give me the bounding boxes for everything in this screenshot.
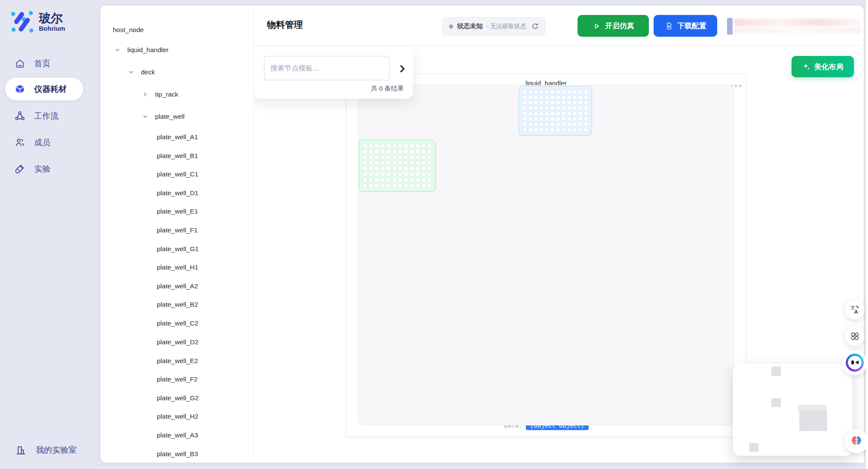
sidebar-item-instruments[interactable]: 仪器耗材 xyxy=(5,78,83,100)
tree-item-tip_rack[interactable]: tip_rack xyxy=(100,85,253,103)
sidebar-item-label: 工作流 xyxy=(34,111,59,122)
expand-chevron-icon[interactable] xyxy=(396,63,408,74)
well xyxy=(427,161,432,165)
workflow-icon xyxy=(15,111,25,121)
beautify-layout-label: 美化布局 xyxy=(814,62,843,72)
tree-item-plate_well_H2[interactable]: plate_well_H2 xyxy=(100,407,253,425)
well xyxy=(427,155,432,160)
scrollbar-track[interactable] xyxy=(866,0,868,469)
sidebar-item-home[interactable]: 首页 xyxy=(5,52,91,75)
chevron-down-icon[interactable] xyxy=(141,113,149,120)
ai-robot-button[interactable] xyxy=(842,350,867,375)
sidebar-item-experiments[interactable]: 实验 xyxy=(5,158,91,180)
well xyxy=(556,111,560,116)
tree-item-liquid_handler[interactable]: liquid_handler xyxy=(100,41,253,59)
well xyxy=(561,100,566,105)
chevron-down-icon[interactable] xyxy=(114,46,121,54)
well xyxy=(392,149,397,154)
well xyxy=(522,95,527,100)
tree-item-plate_well_F1[interactable]: plate_well_F1 xyxy=(100,221,253,239)
brand: 玻尔 Bohrium xyxy=(10,9,65,34)
start-simulation-button[interactable]: 开启仿真 xyxy=(578,15,649,37)
tree-item-plate_well_D1[interactable]: plate_well_D1 xyxy=(100,184,253,202)
tree-item-plate_well_F2[interactable]: plate_well_F2 xyxy=(100,370,253,388)
brand-subtitle: Bohrium xyxy=(39,25,65,32)
deck-area[interactable] xyxy=(358,85,734,425)
well xyxy=(369,172,373,177)
play-icon xyxy=(592,22,601,30)
tree-item-plate_well_B2[interactable]: plate_well_B2 xyxy=(100,296,253,314)
well xyxy=(550,122,555,126)
well xyxy=(421,183,426,188)
well xyxy=(427,178,432,182)
well xyxy=(410,161,414,165)
tree-item-plate_well_E1[interactable]: plate_well_E1 xyxy=(100,202,253,220)
tree-item-deck[interactable]: deck xyxy=(100,63,253,81)
chevron-right-icon[interactable] xyxy=(141,91,149,98)
well xyxy=(369,149,373,154)
tree-item-plate_well_G1[interactable]: plate_well_G1 xyxy=(100,240,253,258)
tree-item-plate_well_G2[interactable]: plate_well_G2 xyxy=(100,389,253,407)
sidebar-item-workflow[interactable]: 工作流 xyxy=(5,105,91,127)
well xyxy=(421,172,426,177)
node-liquid-handler[interactable]: liquid_handler data: [object Object] xyxy=(346,73,746,437)
well xyxy=(398,183,402,188)
well xyxy=(421,144,426,148)
sidebar-item-label: 仪器耗材 xyxy=(34,84,67,95)
well xyxy=(534,117,538,121)
tree-item-plate_well_B1[interactable]: plate_well_B1 xyxy=(100,147,253,165)
well xyxy=(380,161,385,165)
tree-item-plate_well_C2[interactable]: plate_well_C2 xyxy=(100,314,253,332)
well xyxy=(584,95,588,100)
status-detail: - 无法获取状态 xyxy=(487,23,526,30)
well xyxy=(369,183,373,188)
well xyxy=(528,100,533,105)
well xyxy=(369,161,373,165)
well xyxy=(578,111,583,116)
well xyxy=(578,122,583,126)
well xyxy=(522,117,527,121)
tree-item-plate_well_D2[interactable]: plate_well_D2 xyxy=(100,333,253,351)
sidebar: 玻尔 Bohrium 首页 仪器耗材 工作流 成员 xyxy=(0,0,100,469)
tree-item-plate_well_A3[interactable]: plate_well_A3 xyxy=(100,426,253,444)
tree-item-plate_well[interactable]: plate_well xyxy=(100,108,253,126)
well xyxy=(404,183,408,188)
search-input[interactable] xyxy=(264,56,390,80)
well xyxy=(550,111,555,116)
robot-icon xyxy=(846,354,864,372)
well xyxy=(556,100,560,105)
tree-item-plate_well_A2[interactable]: plate_well_A2 xyxy=(100,277,253,295)
well xyxy=(363,178,367,182)
translate-button[interactable]: 文 A xyxy=(845,300,865,320)
well xyxy=(572,111,577,116)
minimap[interactable] xyxy=(733,364,852,456)
well xyxy=(374,172,379,177)
tree-item-plate_well_H1[interactable]: plate_well_H1 xyxy=(100,258,253,276)
beautify-layout-button[interactable]: 美化布局 xyxy=(792,56,854,77)
well xyxy=(550,100,555,105)
chevron-down-icon[interactable] xyxy=(127,68,135,76)
start-simulation-label: 开启仿真 xyxy=(605,21,634,31)
tree-item-plate_well_A1[interactable]: plate_well_A1 xyxy=(100,128,253,146)
tree-item-host_node[interactable]: host_node xyxy=(100,21,253,39)
plate-plate_well[interactable] xyxy=(359,140,436,192)
plate-tip_rack[interactable] xyxy=(519,86,592,136)
well xyxy=(567,117,572,121)
sidebar-item-my-lab[interactable]: 我的实验室 xyxy=(5,439,95,461)
tree-item-plate_well_E2[interactable]: plate_well_E2 xyxy=(100,352,253,370)
tree-item-plate_well_C1[interactable]: plate_well_C1 xyxy=(100,165,253,183)
refresh-icon[interactable] xyxy=(531,23,539,30)
components-button[interactable] xyxy=(845,326,865,346)
svg-text:A: A xyxy=(854,309,858,315)
well xyxy=(404,166,408,171)
ai-brain-button[interactable] xyxy=(845,429,868,453)
well xyxy=(539,106,544,110)
download-config-button[interactable]: 下载配置 xyxy=(654,15,717,37)
well xyxy=(386,149,391,154)
sidebar-item-members[interactable]: 成员 xyxy=(5,131,91,154)
well xyxy=(380,144,385,148)
well xyxy=(374,149,379,154)
well xyxy=(363,166,367,171)
well xyxy=(369,166,373,171)
tree-item-plate_well_B3[interactable]: plate_well_B3 xyxy=(100,445,253,463)
